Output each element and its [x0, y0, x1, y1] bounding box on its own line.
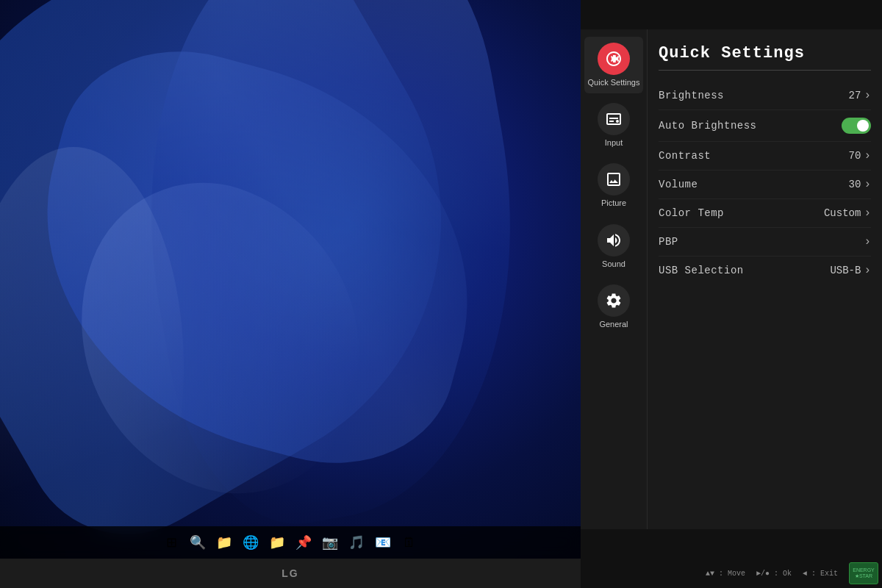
quick-settings-icon — [598, 43, 630, 75]
svg-point-1 — [616, 120, 619, 123]
auto-brightness-value — [842, 118, 871, 134]
energy-star-badge: ENERGY★STAR — [849, 562, 878, 584]
taskbar-icon-4[interactable]: 📌 — [292, 531, 315, 554]
volume-value: 30 › — [849, 178, 871, 191]
volume-number: 30 — [849, 179, 861, 190]
taskbar: ⊞ 🔍 📁 🌐 📁 📌 📷 🎵 📧 🗓 — [0, 526, 581, 559]
sidebar-label-general: General — [599, 320, 628, 329]
osd-menu: Quick Settings Input Picture — [581, 29, 882, 529]
auto-brightness-toggle[interactable] — [842, 118, 871, 134]
sidebar-label-input: Input — [605, 138, 623, 148]
sidebar-item-quick-settings[interactable]: Quick Settings — [584, 37, 643, 93]
sidebar-item-picture[interactable]: Picture — [584, 157, 643, 214]
search-taskbar-button[interactable]: 🔍 — [186, 531, 209, 554]
wallpaper-swirls — [0, 0, 581, 559]
usb-selection-text: USB-B — [830, 265, 861, 276]
taskbar-icon-5[interactable]: 📷 — [318, 531, 342, 554]
sidebar-label-sound: Sound — [602, 259, 625, 269]
sidebar-item-input[interactable]: Input — [584, 97, 643, 154]
taskbar-icon-8[interactable]: 🗓 — [398, 531, 421, 554]
brightness-label: Brightness — [659, 90, 724, 101]
monitor-bottom-bar: LG — [0, 559, 581, 588]
osd-main-content: Quick Settings Brightness 27 › Auto Brig… — [647, 29, 882, 529]
hint-ok: ►/● : Ok — [756, 570, 792, 578]
color-temp-chevron-icon: › — [864, 207, 871, 220]
osd-title: Quick Settings — [659, 44, 871, 62]
sound-icon — [598, 224, 630, 257]
volume-chevron-icon: › — [864, 178, 871, 191]
volume-row[interactable]: Volume 30 › — [659, 171, 871, 199]
osd-sidebar: Quick Settings Input Picture — [581, 29, 647, 529]
general-icon — [598, 284, 630, 317]
sidebar-item-sound[interactable]: Sound — [584, 218, 643, 275]
brightness-row[interactable]: Brightness 27 › — [659, 82, 871, 110]
pbp-value: › — [864, 235, 871, 248]
sidebar-label-picture: Picture — [601, 198, 626, 208]
color-temp-label: Color Temp — [659, 207, 724, 219]
usb-selection-value: USB-B › — [830, 264, 871, 277]
monitor-display — [0, 0, 581, 559]
sidebar-item-general[interactable]: General — [584, 279, 643, 335]
volume-label: Volume — [659, 179, 698, 190]
osd-title-divider — [659, 70, 871, 71]
taskbar-icon-1[interactable]: 📁 — [212, 531, 236, 554]
hint-move: ▲▼ : Move — [706, 570, 745, 578]
contrast-number: 70 — [849, 150, 861, 162]
usb-selection-row[interactable]: USB Selection USB-B › — [659, 257, 871, 284]
taskbar-icon-6[interactable]: 🎵 — [345, 531, 368, 554]
brightness-number: 27 — [849, 90, 861, 101]
auto-brightness-label: Auto Brightness — [659, 120, 757, 132]
auto-brightness-row[interactable]: Auto Brightness — [659, 110, 871, 142]
pbp-chevron-icon: › — [864, 235, 871, 248]
taskbar-icon-7[interactable]: 📧 — [371, 531, 395, 554]
color-temp-value: Custom › — [824, 207, 871, 220]
taskbar-icon-2[interactable]: 🌐 — [239, 531, 262, 554]
brightness-chevron-icon: › — [864, 89, 871, 102]
picture-icon — [598, 163, 630, 196]
lg-brand-logo: LG — [282, 567, 298, 579]
pbp-label: PBP — [659, 236, 678, 248]
taskbar-icon-3[interactable]: 📁 — [265, 531, 289, 554]
osd-hints-bar: ▲▼ : Move ►/● : Ok ◄ : Exit ENERGY★STAR — [581, 559, 882, 588]
brightness-value: 27 › — [849, 89, 871, 102]
contrast-chevron-icon: › — [864, 149, 871, 162]
color-temp-row[interactable]: Color Temp Custom › — [659, 199, 871, 228]
input-icon — [598, 103, 630, 135]
sidebar-label-quick-settings: Quick Settings — [588, 78, 640, 87]
contrast-label: Contrast — [659, 150, 711, 162]
usb-selection-chevron-icon: › — [864, 264, 871, 277]
hint-exit: ◄ : Exit — [803, 570, 838, 578]
color-temp-text: Custom — [824, 207, 861, 219]
contrast-row[interactable]: Contrast 70 › — [659, 142, 871, 171]
start-button[interactable]: ⊞ — [159, 531, 183, 554]
pbp-row[interactable]: PBP › — [659, 228, 871, 257]
usb-selection-label: USB Selection — [659, 265, 744, 276]
contrast-value: 70 › — [849, 149, 871, 162]
